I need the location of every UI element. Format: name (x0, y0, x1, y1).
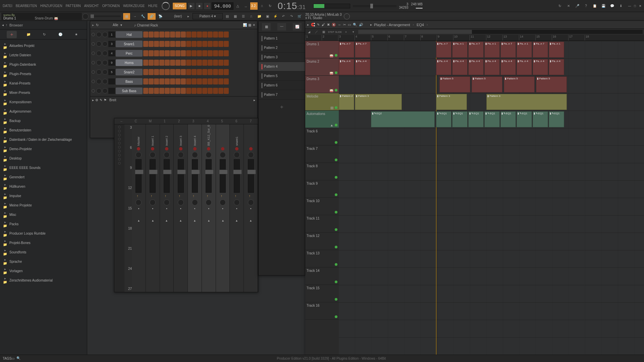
browser-item[interactable]: ▸📁Producer Loops Rumble (0, 229, 87, 238)
track-mute-dot[interactable] (335, 281, 337, 283)
channel-pan-knob[interactable] (96, 60, 102, 65)
playlist-clip[interactable]: ▮ Pa..n 1 (452, 42, 468, 58)
step-cell[interactable] (197, 78, 202, 84)
chanrack-breit[interactable]: Breit (109, 98, 116, 102)
playlist-clip[interactable]: ▮ Pa..n 4 (468, 59, 484, 75)
playlist-clip[interactable]: ▮ Pattern 3 (355, 94, 402, 110)
step-cell[interactable] (224, 88, 229, 94)
maximize-button[interactable]: □ (633, 4, 637, 8)
step-cell[interactable] (218, 32, 223, 38)
playlist-arrow-icon[interactable]: ▸ (370, 23, 372, 26)
playlist-track-header[interactable]: Track 15 (305, 285, 339, 302)
step-cell[interactable] (197, 32, 202, 38)
step-cell[interactable] (149, 50, 154, 56)
link-button[interactable]: 🔗 (147, 13, 156, 20)
track-send-icon[interactable]: ↑ (179, 194, 183, 198)
step-cell[interactable] (192, 69, 197, 75)
tags-label[interactable]: TAGS (3, 357, 11, 360)
track-pan-knob[interactable] (150, 152, 156, 158)
channel-name[interactable]: Horns (116, 59, 143, 66)
mixer-track[interactable]: ↑•▴ (216, 124, 230, 292)
master-volume-slider[interactable] (353, 5, 396, 7)
tool-delete-icon[interactable]: ✖ (327, 23, 330, 26)
step-cell[interactable] (143, 41, 148, 47)
playlist-clip[interactable]: ▮ Pattern 3 (486, 94, 567, 110)
track-mute-dot[interactable] (335, 106, 337, 109)
step-cell[interactable] (149, 78, 154, 84)
track-pan-knob[interactable] (136, 152, 142, 158)
playlist-clip[interactable]: ▮ Pattern 5 (439, 76, 470, 93)
playlist-clip[interactable]: ▮ Pa..n 4 (517, 59, 532, 75)
browser-item[interactable]: ▸📁Impulse (0, 191, 87, 200)
track-arm[interactable] (179, 147, 182, 150)
step-cell[interactable] (170, 50, 175, 56)
channel-pan-knob[interactable] (96, 41, 102, 47)
track-fx-knob[interactable] (206, 199, 212, 205)
browser-toggle-icon[interactable]: 📁 (256, 13, 263, 20)
menu-add[interactable]: HINZUFÜGEN (39, 3, 64, 9)
channel-mixer-num[interactable]: 4 (108, 50, 115, 56)
mixer-track[interactable]: Insert 1↑•▴ (146, 124, 160, 292)
channel-vol-knob[interactable] (102, 51, 108, 56)
tool-mute-icon[interactable]: 🔇 (332, 23, 336, 26)
step-cell[interactable] (159, 60, 164, 66)
playlist-clip[interactable]: ▮ Pa..n 1 (484, 42, 500, 58)
step-cell[interactable] (202, 50, 207, 56)
channel-row[interactable]: 4Perc (91, 49, 257, 58)
track-fx-knob[interactable] (248, 199, 254, 205)
playlist-clip[interactable]: ▮ Pa..n 7 (500, 42, 516, 58)
step-cell[interactable] (186, 32, 191, 38)
pattern-item[interactable]: Pattern 7 (259, 90, 305, 100)
channel-vol-knob[interactable] (102, 32, 108, 37)
step-cell[interactable] (186, 78, 191, 84)
track-arm[interactable] (207, 147, 210, 150)
playlist-clip[interactable]: ▮ ✎EQ1 (533, 111, 548, 127)
wrench-icon[interactable]: 🔧 (139, 13, 147, 20)
track-pan-knob[interactable] (220, 152, 226, 158)
playlist-clip[interactable]: ▮ ✎EQ2 (371, 111, 435, 127)
track-fx-knob[interactable] (220, 199, 226, 205)
browser-item[interactable]: ▸📁Aktuelles Projekt (0, 41, 87, 50)
step-cell[interactable] (165, 32, 170, 38)
tag-box-icon[interactable]: ▭ (11, 357, 14, 360)
playlist-clip[interactable]: ▮ ✎EQ1 (484, 111, 500, 127)
playlist-clip[interactable]: ▮ ✎EQ1 (549, 111, 564, 127)
step-cell[interactable] (181, 32, 186, 38)
channel-vol-knob[interactable] (102, 88, 108, 94)
channel-mixer-num[interactable]: 5 (108, 69, 115, 75)
time-display[interactable]: 0:15:31 (278, 0, 306, 11)
step-cell[interactable] (218, 50, 223, 56)
playlist-track-header[interactable]: Automations▲ (305, 111, 339, 128)
playlist-track-header[interactable]: Drums 3🥁 (305, 76, 339, 93)
playlist-clip[interactable]: ▮ Pa..n 4 (452, 59, 468, 75)
switch-icon[interactable]: ✕ (565, 2, 572, 10)
knob-1[interactable] (83, 13, 89, 19)
step-cell[interactable] (149, 41, 154, 47)
piano-roll-icon[interactable]: ▦ (231, 13, 239, 20)
menu-view[interactable]: ANSICHT (83, 3, 100, 9)
playlist-track-header[interactable]: Track 12 (305, 233, 339, 250)
channel-row[interactable]: Sub Bass (91, 86, 257, 96)
browser-item[interactable]: ▸📁Gerendert (0, 172, 87, 182)
step-cell[interactable] (202, 32, 207, 38)
step-cell[interactable] (149, 69, 154, 75)
track-send-icon[interactable]: ↑ (207, 194, 211, 198)
step-cell[interactable] (192, 88, 197, 94)
browser-item[interactable]: ▸📁Letzte Dateien (0, 50, 87, 60)
track-mute-dot[interactable] (335, 193, 337, 196)
track-arm[interactable] (249, 147, 253, 150)
channel-row[interactable]: Bass (91, 77, 257, 86)
playlist-clip[interactable]: ▮ Pa..n 4 (533, 59, 548, 75)
track-send-icon[interactable]: ↑ (235, 194, 239, 198)
picker-tab-auto-icon[interactable]: 📈 (293, 23, 302, 31)
track-send-icon[interactable]: ↑ (151, 194, 155, 198)
song-mode-button[interactable]: SONG (172, 2, 187, 10)
track-mute-dot[interactable] (335, 228, 337, 231)
browser-item[interactable]: ▸📁Vorlagen (0, 266, 87, 276)
browser-item[interactable]: ▸📁Mixer-Presets (0, 88, 87, 97)
chanrack-flag-icon[interactable]: ⚑ (104, 98, 107, 102)
menu-pattern[interactable]: PATTERN (64, 3, 82, 9)
undo-icon[interactable]: ↶ (280, 13, 287, 20)
track-fx-knob[interactable] (150, 199, 156, 205)
step-cell[interactable] (143, 50, 148, 56)
